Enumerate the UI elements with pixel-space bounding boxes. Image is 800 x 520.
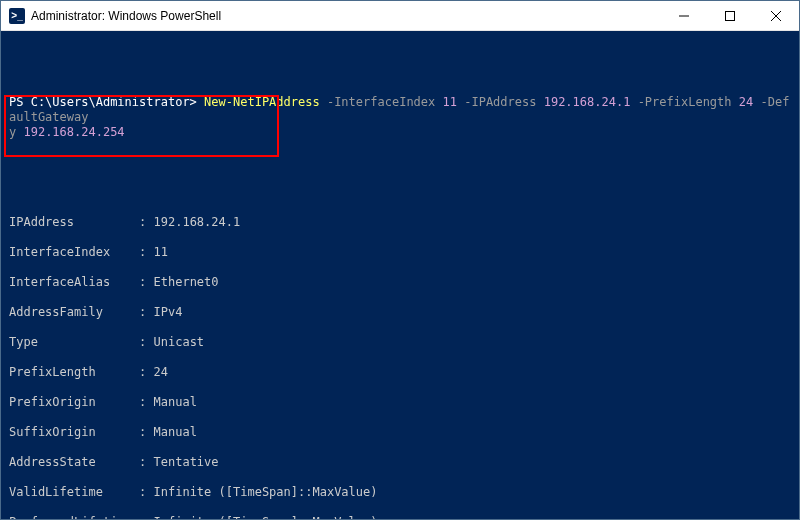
prompt-path: PS C:\Users\Administrator> (9, 95, 197, 109)
output-row: PreferredLifetime : Infinite ([TimeSpan]… (9, 515, 791, 519)
param-ipaddress: -IPAddress (464, 95, 536, 109)
label: IPAddress (9, 215, 132, 229)
maximize-icon (725, 11, 735, 21)
blank-line (9, 185, 791, 200)
value: Infinite ([TimeSpan]::MaxValue) (154, 515, 378, 519)
output-row: PrefixLength : 24 (9, 365, 791, 380)
minimize-button[interactable] (661, 1, 707, 30)
value: IPv4 (154, 305, 183, 319)
close-icon (771, 11, 781, 21)
label: SuffixOrigin (9, 425, 132, 439)
value: Manual (154, 425, 197, 439)
label: ValidLifetime (9, 485, 132, 499)
label: InterfaceAlias (9, 275, 132, 289)
powershell-icon: >_ (9, 8, 25, 24)
terminal-pane[interactable]: PS C:\Users\Administrator> New-NetIPAddr… (1, 31, 799, 519)
label: PrefixOrigin (9, 395, 132, 409)
label: PreferredLifetime (9, 515, 132, 519)
value: 192.168.24.1 (154, 215, 241, 229)
powershell-window: >_ Administrator: Windows PowerShell PS … (0, 0, 800, 520)
output-row: SuffixOrigin : Manual (9, 425, 791, 440)
arg-interfaceindex: 11 (443, 95, 457, 109)
output-row: IPAddress : 192.168.24.1 (9, 215, 791, 230)
command-line: PS C:\Users\Administrator> New-NetIPAddr… (9, 95, 791, 125)
value: 24 (154, 365, 168, 379)
wrap-prefix: y (9, 125, 23, 139)
arg-ipaddress: 192.168.24.1 (544, 95, 631, 109)
label: AddressFamily (9, 305, 132, 319)
arg-defaultgateway: 192.168.24.254 (23, 125, 124, 139)
param-interfaceindex: -InterfaceIndex (327, 95, 435, 109)
blank-line (9, 155, 791, 170)
output-row: ValidLifetime : Infinite ([TimeSpan]::Ma… (9, 485, 791, 500)
output-row: AddressState : Tentative (9, 455, 791, 470)
cmdlet-name: New-NetIPAddress (204, 95, 320, 109)
value: Unicast (154, 335, 205, 349)
label: PrefixLength (9, 365, 132, 379)
minimize-icon (679, 11, 689, 21)
label: InterfaceIndex (9, 245, 132, 259)
output-row: PrefixOrigin : Manual (9, 395, 791, 410)
value: Infinite ([TimeSpan]::MaxValue) (154, 485, 378, 499)
output-row: InterfaceIndex : 11 (9, 245, 791, 260)
param-prefixlength: -PrefixLength (638, 95, 732, 109)
titlebar[interactable]: >_ Administrator: Windows PowerShell (1, 1, 799, 31)
arg-prefixlength: 24 (739, 95, 753, 109)
value: Tentative (154, 455, 219, 469)
label: Type (9, 335, 132, 349)
window-controls (661, 1, 799, 30)
maximize-button[interactable] (707, 1, 753, 30)
titlebar-left: >_ Administrator: Windows PowerShell (1, 8, 221, 24)
command-continuation: y 192.168.24.254 (9, 125, 791, 140)
output-row: InterfaceAlias : Ethernet0 (9, 275, 791, 290)
svg-rect-0 (726, 11, 735, 20)
output-row: Type : Unicast (9, 335, 791, 350)
label: AddressState (9, 455, 132, 469)
value: Manual (154, 395, 197, 409)
value: 11 (154, 245, 168, 259)
output-row: AddressFamily : IPv4 (9, 305, 791, 320)
close-button[interactable] (753, 1, 799, 30)
value: Ethernet0 (154, 275, 219, 289)
window-title: Administrator: Windows PowerShell (31, 9, 221, 23)
